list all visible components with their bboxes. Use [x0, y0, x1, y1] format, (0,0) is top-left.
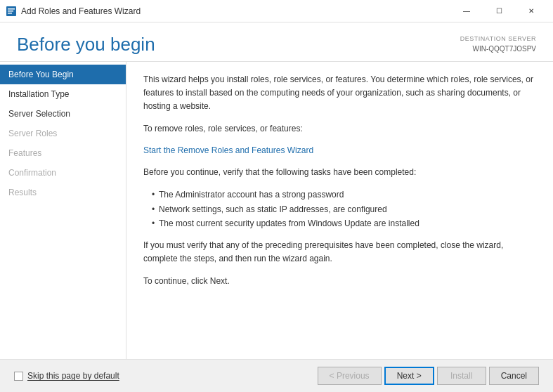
bullet-item-3: The most current security updates from W…: [152, 216, 536, 230]
nav-item-installation-type[interactable]: Installation Type: [0, 84, 126, 104]
bullet-item-2: Network settings, such as static IP addr…: [152, 202, 536, 216]
nav-item-results: Results: [0, 183, 126, 202]
nav-item-confirmation: Confirmation: [0, 163, 126, 183]
bullet-item-1: The Administrator account has a strong p…: [152, 188, 536, 202]
window-controls: — ☐ ✕: [450, 0, 547, 22]
minimize-button[interactable]: —: [450, 0, 483, 22]
window-title: Add Roles and Features Wizard: [21, 6, 450, 16]
nav-item-before-you-begin[interactable]: Before You Begin: [0, 65, 126, 84]
cancel-button[interactable]: Cancel: [489, 367, 539, 385]
remove-wizard-link[interactable]: Start the Remove Roles and Features Wiza…: [143, 145, 313, 155]
verify-paragraph: If you must verify that any of the prece…: [143, 239, 536, 266]
skip-checkbox-area: Skip this page by default: [14, 371, 318, 381]
destination-server-name: WIN-QQQT7JOSPV: [460, 44, 536, 55]
remove-label: To remove roles, role services, or featu…: [143, 122, 536, 136]
skip-checkbox[interactable]: [14, 372, 23, 381]
wizard-content: This wizard helps you install roles, rol…: [126, 62, 553, 359]
previous-button[interactable]: < Previous: [318, 367, 382, 385]
intro-paragraph: This wizard helps you install roles, rol…: [143, 73, 536, 114]
continue-paragraph: To continue, click Next.: [143, 275, 536, 288]
skip-label: Skip this page by default: [27, 371, 119, 381]
wizard-footer: Skip this page by default < Previous Nex…: [0, 359, 553, 392]
destination-server-info: DESTINATION SERVER WIN-QQQT7JOSPV: [460, 34, 536, 55]
svg-rect-2: [8, 11, 13, 12]
app-icon: [6, 6, 17, 17]
wizard-body: Before You Begin Installation Type Serve…: [0, 62, 553, 359]
footer-buttons: < Previous Next > Install Cancel: [318, 367, 539, 385]
wizard-nav: Before You Begin Installation Type Serve…: [0, 62, 126, 359]
destination-label: DESTINATION SERVER: [460, 34, 536, 44]
nav-item-server-roles: Server Roles: [0, 124, 126, 143]
nav-item-server-selection[interactable]: Server Selection: [0, 104, 126, 124]
close-button[interactable]: ✕: [515, 0, 547, 22]
title-bar: Add Roles and Features Wizard — ☐ ✕: [0, 0, 553, 22]
next-button[interactable]: Next >: [384, 367, 434, 385]
wizard-header: Before you begin DESTINATION SERVER WIN-…: [0, 22, 553, 62]
svg-rect-3: [8, 13, 12, 14]
maximize-button[interactable]: ☐: [483, 0, 515, 22]
prerequisites-list: The Administrator account has a strong p…: [152, 188, 536, 230]
wizard-container: Before you begin DESTINATION SERVER WIN-…: [0, 22, 553, 392]
page-title: Before you begin: [17, 34, 460, 55]
nav-item-features: Features: [0, 143, 126, 163]
verify-label: Before you continue, verify that the fol…: [143, 166, 536, 179]
install-button[interactable]: Install: [437, 367, 486, 385]
svg-rect-1: [8, 8, 15, 10]
